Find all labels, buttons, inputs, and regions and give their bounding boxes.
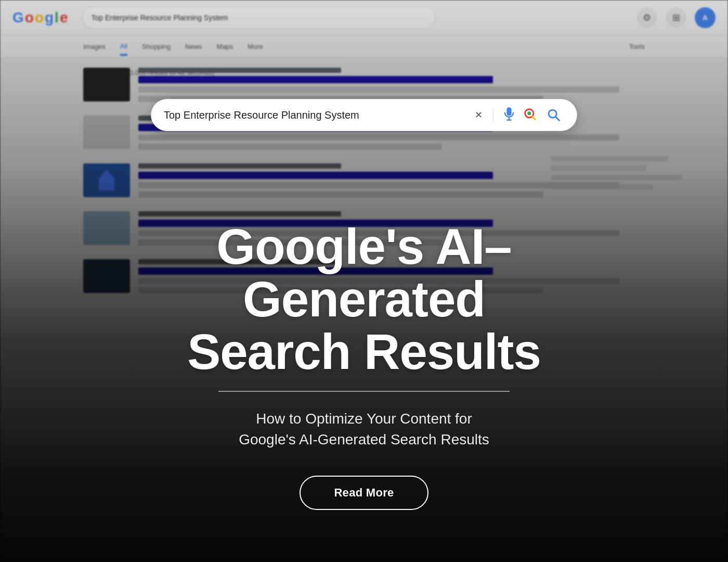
hero-subtitle: How to Optimize Your Content for Google'… [239,408,489,451]
title-divider [218,391,510,392]
read-more-button[interactable]: Read More [300,476,428,510]
hero-content: Google's AI– Generated Search Results Ho… [0,0,728,562]
hero-title: Google's AI– Generated Search Results [187,221,541,378]
